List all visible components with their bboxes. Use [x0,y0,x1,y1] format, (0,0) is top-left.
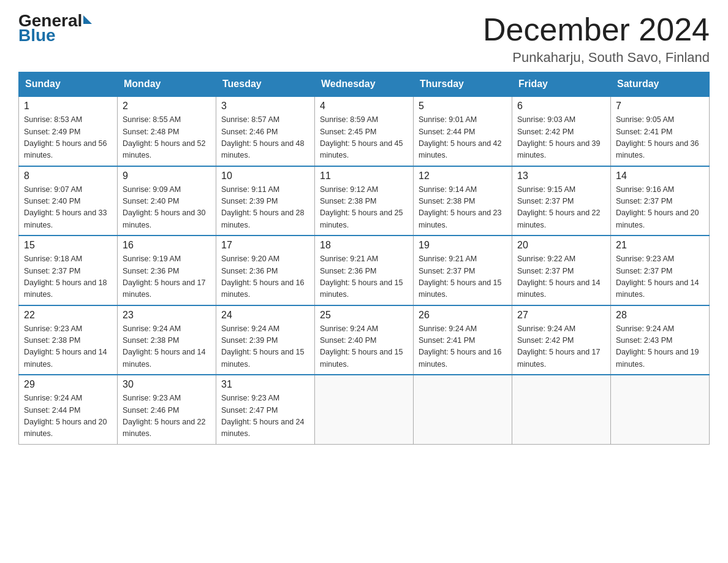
calendar-cell: 6Sunrise: 9:03 AMSunset: 2:42 PMDaylight… [512,96,611,166]
calendar-cell: 15Sunrise: 9:18 AMSunset: 2:37 PMDayligh… [19,236,118,305]
day-number: 21 [616,240,704,251]
day-number: 5 [419,101,507,112]
day-number: 23 [123,310,211,321]
week-row: 15Sunrise: 9:18 AMSunset: 2:37 PMDayligh… [19,236,710,305]
day-info: Sunrise: 9:03 AMSunset: 2:42 PMDaylight:… [517,114,605,162]
day-info: Sunrise: 9:24 AMSunset: 2:41 PMDaylight:… [419,323,507,371]
day-info: Sunrise: 9:18 AMSunset: 2:37 PMDaylight:… [24,253,112,301]
day-number: 12 [419,170,507,182]
day-info: Sunrise: 9:23 AMSunset: 2:37 PMDaylight:… [616,253,704,301]
calendar-cell: 1Sunrise: 8:53 AMSunset: 2:49 PMDaylight… [19,96,118,166]
calendar-cell: 10Sunrise: 9:11 AMSunset: 2:39 PMDayligh… [216,166,315,236]
week-row: 8Sunrise: 9:07 AMSunset: 2:40 PMDaylight… [19,166,710,236]
page-header: General Blue December 2024 Punkaharju, S… [18,12,710,66]
calendar-cell: 12Sunrise: 9:14 AMSunset: 2:38 PMDayligh… [414,166,512,236]
day-number: 11 [320,170,408,182]
calendar-cell [512,375,611,444]
day-info: Sunrise: 9:05 AMSunset: 2:41 PMDaylight:… [616,114,704,162]
logo-blue-text: Blue [18,27,56,44]
month-title: December 2024 [483,12,710,47]
calendar-cell: 5Sunrise: 9:01 AMSunset: 2:44 PMDaylight… [414,96,512,166]
day-info: Sunrise: 9:23 AMSunset: 2:46 PMDaylight:… [123,393,211,440]
day-number: 20 [517,240,605,251]
title-area: December 2024 Punkaharju, South Savo, Fi… [483,12,710,66]
calendar-cell: 22Sunrise: 9:23 AMSunset: 2:38 PMDayligh… [19,305,118,375]
day-info: Sunrise: 8:53 AMSunset: 2:49 PMDaylight:… [24,114,112,162]
calendar-cell: 25Sunrise: 9:24 AMSunset: 2:40 PMDayligh… [315,305,414,375]
day-info: Sunrise: 9:11 AMSunset: 2:39 PMDaylight:… [221,184,309,232]
day-of-week-header: Saturday [611,72,710,97]
calendar-cell: 19Sunrise: 9:21 AMSunset: 2:37 PMDayligh… [414,236,512,305]
day-info: Sunrise: 9:07 AMSunset: 2:40 PMDaylight:… [24,184,112,232]
day-number: 2 [123,101,211,112]
calendar-cell: 23Sunrise: 9:24 AMSunset: 2:38 PMDayligh… [118,305,216,375]
day-number: 30 [123,379,211,390]
day-number: 28 [616,310,704,321]
day-info: Sunrise: 9:14 AMSunset: 2:38 PMDaylight:… [419,184,507,232]
day-number: 27 [517,310,605,321]
day-of-week-header: Friday [512,72,611,97]
calendar-cell: 9Sunrise: 9:09 AMSunset: 2:40 PMDaylight… [118,166,216,236]
day-info: Sunrise: 9:24 AMSunset: 2:44 PMDaylight:… [24,393,112,440]
day-number: 10 [221,170,309,182]
calendar-cell: 21Sunrise: 9:23 AMSunset: 2:37 PMDayligh… [611,236,710,305]
day-info: Sunrise: 8:59 AMSunset: 2:45 PMDaylight:… [320,114,408,162]
day-of-week-header: Sunday [19,72,118,97]
day-info: Sunrise: 9:01 AMSunset: 2:44 PMDaylight:… [419,114,507,162]
day-of-week-header: Wednesday [315,72,414,97]
calendar-cell: 13Sunrise: 9:15 AMSunset: 2:37 PMDayligh… [512,166,611,236]
day-of-week-header: Monday [118,72,216,97]
day-info: Sunrise: 8:55 AMSunset: 2:48 PMDaylight:… [123,114,211,162]
day-number: 6 [517,101,605,112]
day-number: 1 [24,101,112,112]
day-number: 9 [123,170,211,182]
day-info: Sunrise: 9:23 AMSunset: 2:47 PMDaylight:… [221,393,309,440]
day-number: 13 [517,170,605,182]
day-number: 3 [221,101,309,112]
day-number: 31 [221,379,309,390]
calendar-cell: 8Sunrise: 9:07 AMSunset: 2:40 PMDaylight… [19,166,118,236]
calendar-cell: 27Sunrise: 9:24 AMSunset: 2:42 PMDayligh… [512,305,611,375]
calendar-cell: 26Sunrise: 9:24 AMSunset: 2:41 PMDayligh… [414,305,512,375]
day-info: Sunrise: 9:09 AMSunset: 2:40 PMDaylight:… [123,184,211,232]
day-info: Sunrise: 9:24 AMSunset: 2:42 PMDaylight:… [517,323,605,371]
day-info: Sunrise: 9:24 AMSunset: 2:39 PMDaylight:… [221,323,309,371]
day-info: Sunrise: 9:16 AMSunset: 2:37 PMDaylight:… [616,184,704,232]
calendar-cell: 16Sunrise: 9:19 AMSunset: 2:36 PMDayligh… [118,236,216,305]
day-number: 15 [24,240,112,251]
day-number: 8 [24,170,112,182]
day-info: Sunrise: 8:57 AMSunset: 2:46 PMDaylight:… [221,114,309,162]
calendar-cell: 20Sunrise: 9:22 AMSunset: 2:37 PMDayligh… [512,236,611,305]
calendar-cell: 17Sunrise: 9:20 AMSunset: 2:36 PMDayligh… [216,236,315,305]
week-row: 1Sunrise: 8:53 AMSunset: 2:49 PMDaylight… [19,96,710,166]
location-title: Punkaharju, South Savo, Finland [483,50,710,66]
day-number: 16 [123,240,211,251]
day-info: Sunrise: 9:19 AMSunset: 2:36 PMDaylight:… [123,253,211,301]
day-number: 17 [221,240,309,251]
calendar-cell [414,375,512,444]
header-row: SundayMondayTuesdayWednesdayThursdayFrid… [19,72,710,97]
calendar-cell: 3Sunrise: 8:57 AMSunset: 2:46 PMDaylight… [216,96,315,166]
day-number: 19 [419,240,507,251]
day-number: 22 [24,310,112,321]
day-info: Sunrise: 9:21 AMSunset: 2:36 PMDaylight:… [320,253,408,301]
day-number: 18 [320,240,408,251]
day-info: Sunrise: 9:21 AMSunset: 2:37 PMDaylight:… [419,253,507,301]
day-number: 4 [320,101,408,112]
day-info: Sunrise: 9:15 AMSunset: 2:37 PMDaylight:… [517,184,605,232]
day-of-week-header: Tuesday [216,72,315,97]
day-number: 24 [221,310,309,321]
day-number: 29 [24,379,112,390]
logo: General Blue [18,12,93,44]
day-of-week-header: Thursday [414,72,512,97]
calendar-table: SundayMondayTuesdayWednesdayThursdayFrid… [18,72,710,445]
week-row: 29Sunrise: 9:24 AMSunset: 2:44 PMDayligh… [19,375,710,444]
day-number: 26 [419,310,507,321]
calendar-cell: 18Sunrise: 9:21 AMSunset: 2:36 PMDayligh… [315,236,414,305]
calendar-cell: 29Sunrise: 9:24 AMSunset: 2:44 PMDayligh… [19,375,118,444]
calendar-cell: 4Sunrise: 8:59 AMSunset: 2:45 PMDaylight… [315,96,414,166]
calendar-cell: 7Sunrise: 9:05 AMSunset: 2:41 PMDaylight… [611,96,710,166]
day-info: Sunrise: 9:12 AMSunset: 2:38 PMDaylight:… [320,184,408,232]
calendar-cell: 2Sunrise: 8:55 AMSunset: 2:48 PMDaylight… [118,96,216,166]
calendar-cell: 31Sunrise: 9:23 AMSunset: 2:47 PMDayligh… [216,375,315,444]
